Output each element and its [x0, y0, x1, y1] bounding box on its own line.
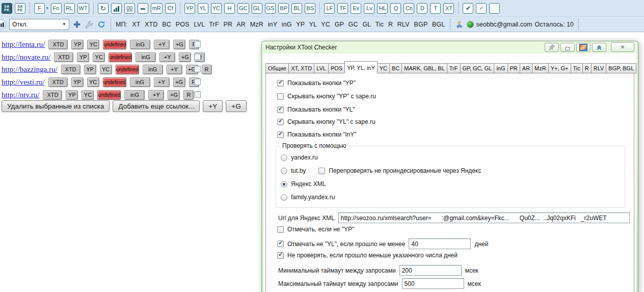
yc-badge[interactable]: YC: [82, 90, 94, 100]
q-button[interactable]: Q: [390, 3, 401, 14]
checkbox[interactable]: [277, 93, 284, 100]
dialog-tab[interactable]: BC: [389, 63, 402, 73]
rl-button[interactable]: RL: [64, 3, 75, 14]
bs-button[interactable]: BS: [305, 3, 315, 14]
radio-button[interactable]: [281, 181, 287, 188]
checkbox[interactable]: [277, 119, 284, 125]
url-link[interactable]: http://vesti.ru/: [2, 78, 45, 87]
recheck-checkbox[interactable]: [318, 168, 325, 174]
close-button[interactable]: ×: [611, 42, 634, 52]
yp-badge[interactable]: YP: [77, 52, 89, 62]
row-checkbox[interactable]: [194, 41, 201, 47]
yc-badge[interactable]: YC: [93, 52, 105, 62]
dialog-tab[interactable]: YP, YL, inY: [344, 61, 378, 73]
xtd-badge[interactable]: XTD: [54, 52, 73, 62]
dialog-tab[interactable]: RLV: [591, 63, 607, 73]
max-timeout-input[interactable]: [402, 278, 464, 289]
dialog-tab[interactable]: PR: [507, 63, 520, 73]
option-show-yp[interactable]: Показывать кнопки "YP": [277, 79, 356, 87]
gc-button[interactable]: GC: [237, 3, 249, 14]
add-icon[interactable]: [72, 20, 82, 29]
row-checkbox[interactable]: [194, 54, 201, 60]
min-timeout-input[interactable]: [399, 265, 462, 276]
user-icon[interactable]: [455, 20, 464, 29]
r-badge[interactable]: R: [183, 90, 194, 100]
row-checkbox[interactable]: [194, 91, 201, 98]
dialog-tab[interactable]: TrF: [447, 63, 461, 73]
delete-selected-button[interactable]: Удалить выбранные из списка: [2, 100, 110, 112]
ing-badge[interactable]: inG: [130, 40, 150, 49]
dialog-tab[interactable]: Y+, G+: [548, 63, 571, 73]
yc-badge[interactable]: YC: [87, 40, 99, 49]
dialog-tab[interactable]: GP, GC, GL: [460, 63, 495, 73]
xtd-badge[interactable]: XTD: [61, 65, 81, 74]
undefined-badge[interactable]: undefined: [116, 65, 139, 74]
xtd-badge[interactable]: XTD: [48, 40, 68, 49]
ing-badge[interactable]: inG: [136, 52, 156, 62]
dialog-tab[interactable]: POS: [328, 63, 345, 73]
check-some-button[interactable]: ✔: [476, 3, 487, 14]
wrench-icon[interactable]: [85, 20, 94, 29]
row-checkbox[interactable]: [194, 66, 201, 72]
plus-g-button[interactable]: +G: [226, 100, 246, 112]
plus-y-badge[interactable]: +Y: [154, 77, 170, 87]
chevron-down-icon[interactable]: ▾: [46, 6, 48, 10]
dash-icon-button[interactable]: ▬: [138, 3, 148, 14]
refresh-icon[interactable]: [97, 20, 106, 29]
undefined-badge[interactable]: undefined: [103, 77, 126, 87]
wt-button[interactable]: WT: [77, 3, 89, 14]
t-button[interactable]: T: [430, 3, 441, 14]
checkbox[interactable]: [277, 107, 284, 113]
add-links-button[interactable]: Добавить еще ссылок...: [113, 100, 200, 112]
fn-button[interactable]: Fn: [51, 3, 62, 14]
lf-button[interactable]: LF: [324, 3, 335, 14]
checkbox[interactable]: [277, 131, 284, 138]
checkbox[interactable]: [277, 80, 284, 87]
checkbox[interactable]: [277, 252, 284, 259]
url-link[interactable]: http://ntv.ru/: [2, 91, 39, 99]
pin-button[interactable]: [545, 43, 559, 52]
radio-option-yandex-xml[interactable]: Яндекс XML: [281, 180, 326, 188]
radio-button[interactable]: [281, 168, 287, 174]
h-button[interactable]: H: [224, 3, 235, 14]
checkbox[interactable]: [277, 241, 284, 247]
zeros-icon-button[interactable]: 00: [124, 3, 135, 14]
dialog-tab[interactable]: YC: [377, 63, 390, 73]
yp-badge[interactable]: YP: [71, 77, 84, 87]
f-button[interactable]: F: [34, 3, 45, 14]
plus-g-badge[interactable]: +G: [173, 40, 185, 49]
row-checkbox[interactable]: [194, 78, 201, 85]
minimize-button[interactable]: [560, 43, 575, 52]
collapse-button[interactable]: [592, 43, 606, 52]
restore-button[interactable]: [576, 43, 591, 52]
ing-badge[interactable]: inG: [130, 77, 150, 87]
plus-y-badge[interactable]: +Y: [148, 90, 164, 100]
yp-badge[interactable]: YP: [84, 65, 96, 74]
tf-button[interactable]: TF: [337, 3, 348, 14]
option-skip-recent[interactable]: Не проверять, если прошло меньше указанн…: [277, 252, 458, 259]
dialog-tab[interactable]: MzR: [532, 63, 549, 73]
bp-button[interactable]: BP: [278, 3, 289, 14]
sape-solid-icon[interactable]: SA PE: [2, 3, 12, 14]
yp-badge[interactable]: YP: [66, 90, 78, 100]
gs-button[interactable]: GS: [265, 3, 276, 14]
plus-y-button[interactable]: +Y: [203, 100, 223, 112]
dialog-tab[interactable]: BGP, BGL: [606, 63, 636, 73]
stats-chart-icon[interactable]: [0, 19, 6, 30]
hl-button[interactable]: HL: [377, 3, 388, 14]
yp-badge[interactable]: YP: [71, 40, 84, 49]
xml-url-input[interactable]: [338, 213, 630, 223]
mr-button[interactable]: mR: [151, 3, 163, 14]
dialog-tab[interactable]: Общие: [265, 63, 289, 73]
cf-button[interactable]: Cf: [165, 3, 176, 14]
option-hide-yl-sape[interactable]: Скрывать кнопку "YL" с sape.ru: [277, 118, 375, 125]
blank-button[interactable]: [489, 3, 500, 14]
dialog-tab[interactable]: Tic: [571, 63, 583, 73]
url-link[interactable]: http://novate.ru/: [2, 53, 50, 62]
chart-icon-button[interactable]: [111, 3, 122, 14]
dialog-tab[interactable]: AR: [520, 63, 532, 73]
plus-g-badge[interactable]: +G: [168, 90, 180, 100]
ex-button[interactable]: Ex: [351, 3, 361, 14]
url-link[interactable]: http://bazzinga.ru/: [2, 65, 58, 74]
option-hide-yp-sape[interactable]: Скрывать кнопку "YP" с sape.ru: [277, 93, 376, 100]
